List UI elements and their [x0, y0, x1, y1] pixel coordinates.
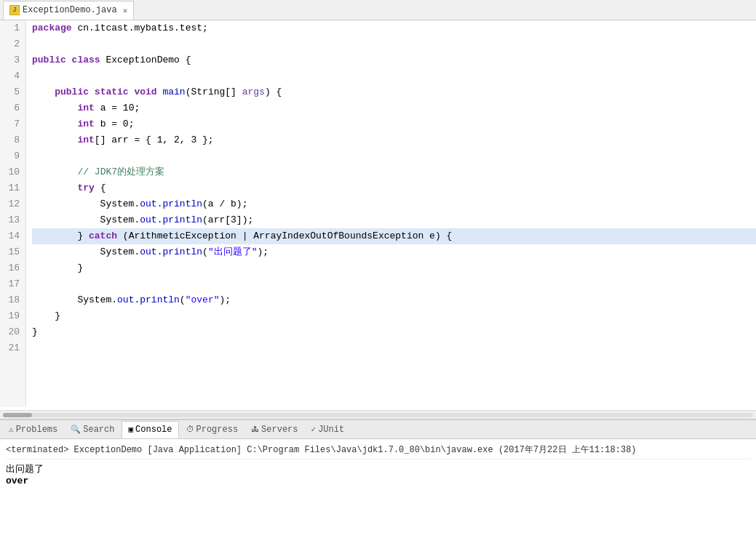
line-number: 17 [4, 276, 20, 292]
code-line [32, 36, 756, 52]
editor: 123456789101112131415161718192021 packag… [0, 20, 756, 419]
line-numbers: 123456789101112131415161718192021 [0, 20, 26, 407]
console-header: <terminated> ExceptionDemo [Java Applica… [6, 442, 750, 459]
panel-tab-label: Progress [196, 425, 239, 435]
editor-content: 123456789101112131415161718192021 packag… [0, 20, 756, 410]
line-number: 8 [4, 132, 20, 148]
servers-icon: 🖧 [251, 425, 259, 434]
code-line: package cn.itcast.mybatis.test; [32, 20, 756, 36]
line-number: 5 [4, 84, 20, 100]
scrollbar-thumb [3, 413, 32, 417]
code-line [32, 276, 756, 292]
close-icon[interactable]: ✕ [123, 6, 128, 15]
progress-icon: ⏱ [186, 425, 194, 434]
console-output-line: 出问题了 [6, 462, 750, 475]
code-line [32, 68, 756, 84]
code-line: System.out.println(arr[3]); [32, 212, 756, 228]
panel-tab-problems[interactable]: ⚠Problems [3, 421, 63, 438]
panel-tab-label: Console [135, 425, 172, 435]
code-line: int a = 10; [32, 100, 756, 116]
code-line: System.out.println(a / b); [32, 196, 756, 212]
junit-icon: ✓ [311, 425, 317, 434]
line-number: 14 [4, 228, 20, 244]
line-number: 1 [4, 20, 20, 36]
code-line: } [32, 324, 756, 340]
line-number: 7 [4, 116, 20, 132]
code-line: System.out.println("出问题了"); [32, 244, 756, 260]
panel-tab-console[interactable]: ▣Console [122, 421, 178, 438]
panel-tab-junit[interactable]: ✓JUnit [306, 421, 351, 438]
line-number: 6 [4, 100, 20, 116]
code-lines: package cn.itcast.mybatis.test; public c… [26, 20, 756, 407]
code-line [32, 340, 756, 356]
code-line: } catch (ArithmeticException | ArrayInde… [32, 228, 756, 244]
line-number: 13 [4, 212, 20, 228]
panel-tab-servers[interactable]: 🖧Servers [245, 421, 303, 438]
tab-file-icon: J [9, 5, 20, 15]
panel-tab-label: Servers [261, 425, 298, 435]
editor-scrollbar[interactable] [0, 410, 756, 419]
line-number: 19 [4, 308, 20, 324]
line-number: 10 [4, 164, 20, 180]
line-number: 15 [4, 244, 20, 260]
code-line: try { [32, 180, 756, 196]
line-number: 9 [4, 148, 20, 164]
bottom-panel: ⚠Problems🔍Search▣Console⏱Progress🖧Server… [0, 419, 756, 546]
line-number: 11 [4, 180, 20, 196]
code-line: int[] arr = { 1, 2, 3 }; [32, 132, 756, 148]
panel-tabs: ⚠Problems🔍Search▣Console⏱Progress🖧Server… [0, 420, 756, 439]
code-line: } [32, 308, 756, 324]
panel-tab-progress[interactable]: ⏱Progress [180, 421, 244, 438]
search-icon: 🔍 [71, 425, 81, 434]
code-line [32, 148, 756, 164]
code-line: // JDK7的处理方案 [32, 164, 756, 180]
console-output: 出问题了over [6, 462, 750, 486]
problems-icon: ⚠ [9, 425, 14, 434]
panel-tab-search[interactable]: 🔍Search [65, 421, 120, 438]
line-number: 21 [4, 340, 20, 356]
code-line: public static void main(String[] args) { [32, 84, 756, 100]
scrollbar-track[interactable] [3, 413, 753, 417]
line-number: 12 [4, 196, 20, 212]
panel-tab-label: Search [83, 425, 114, 435]
code-line: public class ExceptionDemo { [32, 52, 756, 68]
code-line: } [32, 260, 756, 276]
line-number: 20 [4, 324, 20, 340]
code-line: System.out.println("over"); [32, 292, 756, 308]
line-number: 18 [4, 292, 20, 308]
code-line: int b = 0; [32, 116, 756, 132]
panel-tab-label: JUnit [318, 425, 344, 435]
panel-tab-label: Problems [16, 425, 58, 435]
tab-bar: J ExceptionDemo.java ✕ [0, 0, 756, 20]
console-output-line: over [6, 475, 750, 486]
line-number: 16 [4, 260, 20, 276]
console-icon: ▣ [128, 425, 133, 434]
editor-tab[interactable]: J ExceptionDemo.java ✕ [3, 1, 134, 20]
line-number: 2 [4, 36, 20, 52]
line-number: 4 [4, 68, 20, 84]
console-area: <terminated> ExceptionDemo [Java Applica… [0, 439, 756, 546]
line-number: 3 [4, 52, 20, 68]
tab-filename: ExceptionDemo.java [23, 5, 117, 15]
